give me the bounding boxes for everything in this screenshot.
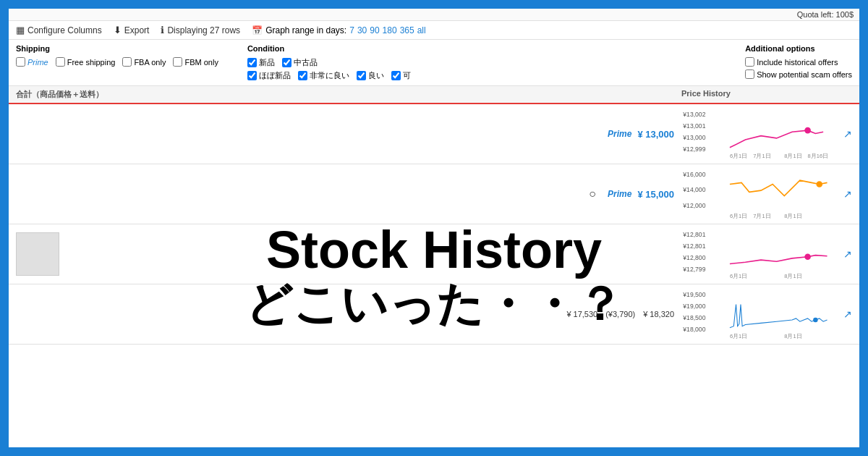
svg-text:7月1日: 7月1日 (753, 213, 770, 219)
displaying-rows-info: ℹ Displaying 27 rows (161, 25, 240, 35)
additional-title: Additional options (745, 44, 852, 53)
condition-new[interactable]: 新品 (247, 57, 275, 68)
top-bar: Quota left: 100$ (9, 9, 859, 21)
prime-badge-2: Prime (608, 189, 631, 199)
condition-good-checkbox[interactable] (357, 71, 366, 80)
table-row: ¥12,801 ¥12,801 ¥12,800 ¥12,799 6月1日 8月1… (9, 224, 859, 284)
svg-point-4 (804, 127, 811, 134)
show-scam-checkbox[interactable] (745, 69, 754, 79)
row3-chart: ¥12,801 ¥12,801 ¥12,800 ¥12,799 6月1日 8月1… (681, 229, 841, 279)
condition-good[interactable]: 良い (357, 70, 384, 81)
svg-text:¥19,000: ¥19,000 (682, 303, 705, 310)
row1-main: Prime ¥ 13,000 (16, 129, 681, 140)
row2-external-link[interactable]: ↗ (843, 188, 852, 200)
svg-text:¥18,000: ¥18,000 (682, 326, 705, 333)
shipping-free-checkbox[interactable] (56, 57, 65, 67)
condition-acceptable-checkbox[interactable] (391, 71, 401, 80)
condition-very-good-checkbox[interactable] (298, 71, 307, 80)
row4-chart-svg: ¥19,500 ¥19,000 ¥18,500 ¥18,000 6月1日 8月1… (681, 289, 841, 339)
row1-chart-svg: ¥13,002 ¥13,001 ¥13,000 ¥12,999 6月1日 7月1… (681, 109, 841, 159)
row4-main: ¥ 17,530 (¥3,790) ¥ 18,320 (16, 309, 681, 320)
svg-text:¥13,001: ¥13,001 (682, 122, 705, 130)
svg-text:6月1日: 6月1日 (730, 153, 747, 159)
svg-text:¥12,799: ¥12,799 (682, 266, 705, 273)
svg-text:8月1日: 8月1日 (784, 333, 801, 339)
show-scam[interactable]: Show potential scam offers (745, 69, 852, 79)
svg-text:8月16日: 8月16日 (808, 153, 829, 159)
condition-very-good[interactable]: 非常に良い (298, 70, 349, 81)
include-historical-checkbox[interactable] (745, 57, 754, 67)
condition-used[interactable]: 中古品 (282, 57, 318, 68)
row2-chart-svg: ¥16,000 ¥14,000 ¥12,000 6月1日 7月1日 8月1日 (681, 169, 841, 219)
svg-text:¥14,000: ¥14,000 (682, 186, 705, 193)
condition-almost-new-checkbox[interactable] (247, 71, 257, 80)
table-body: Prime ¥ 13,000 ¥13,002 ¥13,001 ¥13,000 ¥… (9, 104, 859, 447)
calendar-icon: 📅 (252, 25, 263, 35)
condition-row1: 新品 中古品 (247, 57, 411, 68)
svg-text:6月1日: 6月1日 (730, 333, 747, 339)
range-all[interactable]: all (417, 25, 426, 35)
row2-price: ¥ 15,000 (637, 189, 674, 200)
row1-price: ¥ 13,000 (637, 129, 674, 140)
additional-options-filter: Additional options Include historical of… (745, 44, 852, 79)
shipping-title: Shipping (16, 44, 218, 53)
row3-chart-svg: ¥12,801 ¥12,801 ¥12,800 ¥12,799 6月1日 8月1… (681, 229, 841, 279)
svg-text:6月1日: 6月1日 (730, 273, 747, 279)
quota-label: Quota left: 100$ (797, 10, 854, 19)
row4-external-link[interactable]: ↗ (843, 308, 852, 320)
shipping-fba[interactable]: FBA only (122, 57, 166, 67)
svg-text:¥13,000: ¥13,000 (682, 134, 705, 141)
filters-row: Shipping Prime Free shipping FBA only (9, 40, 859, 86)
shipping-options: Prime Free shipping FBA only FBM only (16, 57, 218, 67)
row2-chart: ¥16,000 ¥14,000 ¥12,000 6月1日 7月1日 8月1日 (681, 169, 841, 219)
shipping-prime[interactable]: Prime (16, 57, 48, 67)
include-historical[interactable]: Include historical offers (745, 57, 838, 67)
export-icon: ⬇ (114, 25, 122, 35)
condition-used-checkbox[interactable] (282, 58, 292, 67)
configure-columns-button[interactable]: ▦ Configure Columns (16, 25, 102, 35)
condition-title: Condition (247, 44, 411, 53)
shipping-prime-checkbox[interactable] (16, 57, 25, 67)
table-row: ○ Prime ¥ 15,000 ¥16,000 ¥14,000 ¥12,000… (9, 164, 859, 224)
svg-text:¥12,000: ¥12,000 (682, 202, 705, 209)
svg-text:¥16,000: ¥16,000 (682, 171, 705, 178)
row4-chart: ¥19,500 ¥19,000 ¥18,500 ¥18,000 6月1日 8月1… (681, 289, 841, 339)
row2-marker: ○ (589, 187, 596, 200)
svg-text:8月1日: 8月1日 (784, 273, 801, 279)
svg-point-27 (813, 318, 817, 322)
svg-text:7月1日: 7月1日 (753, 153, 770, 159)
row3-external-link[interactable]: ↗ (843, 248, 852, 260)
condition-almost-new[interactable]: ほぼ新品 (247, 70, 291, 81)
shipping-filter: Shipping Prime Free shipping FBA only (16, 44, 218, 67)
shipping-free[interactable]: Free shipping (56, 57, 116, 67)
export-button[interactable]: ⬇ Export (114, 25, 150, 35)
range-180[interactable]: 180 (383, 25, 397, 35)
svg-point-12 (816, 181, 822, 187)
range-90[interactable]: 90 (370, 25, 379, 35)
additional-row2: Show potential scam offers (745, 69, 852, 79)
range-365[interactable]: 365 (400, 25, 414, 35)
shipping-fbm[interactable]: FBM only (173, 57, 218, 67)
range-7[interactable]: 7 (349, 25, 354, 35)
svg-text:8月1日: 8月1日 (784, 153, 801, 159)
svg-point-20 (804, 253, 811, 260)
additional-row1: Include historical offers (745, 57, 852, 67)
col-main-header: 合計（商品価格＋送料） (16, 89, 676, 100)
condition-filter: Condition 新品 中古品 (247, 44, 411, 81)
svg-text:¥12,800: ¥12,800 (682, 254, 705, 261)
shipping-fbm-checkbox[interactable] (173, 57, 182, 67)
svg-text:¥12,801: ¥12,801 (682, 242, 705, 250)
svg-text:¥19,500: ¥19,500 (682, 291, 705, 298)
svg-text:¥18,500: ¥18,500 (682, 314, 705, 321)
shipping-fba-checkbox[interactable] (122, 57, 132, 67)
range-30[interactable]: 30 (357, 25, 367, 35)
row1-external-link[interactable]: ↗ (843, 128, 852, 140)
table-row: ¥ 17,530 (¥3,790) ¥ 18,320 ¥19,500 ¥19,0… (9, 284, 859, 345)
table-header: 合計（商品価格＋送料） Price History (9, 86, 859, 104)
inner-content: Quota left: 100$ ▦ Configure Columns ⬇ E… (9, 9, 859, 447)
condition-new-checkbox[interactable] (247, 58, 257, 67)
svg-text:6月1日: 6月1日 (730, 213, 747, 219)
row3-thumbnail (16, 232, 59, 276)
condition-acceptable[interactable]: 可 (391, 70, 411, 81)
columns-icon: ▦ (16, 25, 25, 35)
